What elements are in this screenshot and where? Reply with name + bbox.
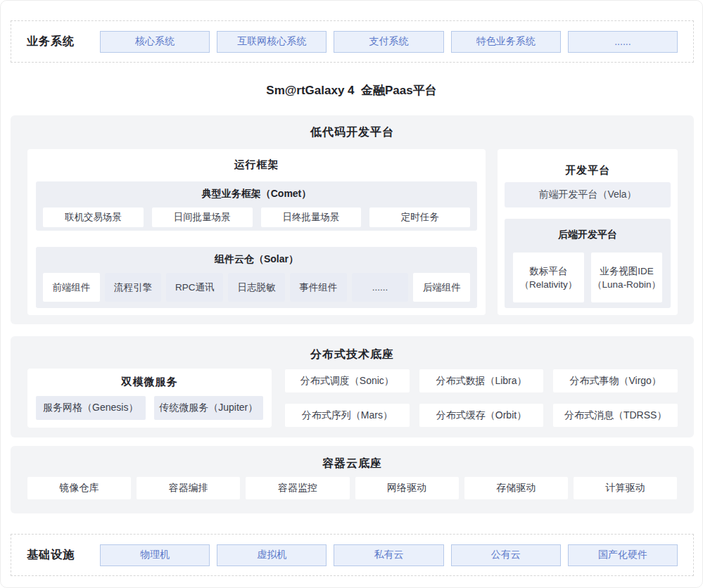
comet-items-row: 联机交易场景 日间批量场景 日终批量场景 定时任务 [43, 207, 470, 227]
comet-item-intraday-batch: 日间批量场景 [152, 207, 253, 227]
solar-item-backend-components: 后端组件 [413, 273, 470, 302]
solar-item-more: ...... [352, 273, 409, 302]
page-title: Sm@rtGalaxy 4 金融Paas平台 [1, 82, 702, 98]
dist-service-sonic: 分布式调度（Sonic） [285, 369, 410, 392]
container-item-orchestration: 容器编排 [137, 477, 240, 499]
solar-item-log-masking: 日志脱敏 [228, 273, 285, 302]
solar-item-frontend-components: 前端组件 [43, 273, 100, 302]
business-system-item-special: 特色业务系统 [451, 31, 561, 53]
solar-component-box: 组件云仓（Solar） 前端组件 流程引擎 RPC通讯 日志脱敏 事件组件 ..… [36, 247, 477, 308]
dist-service-tdrss: 分布式消息（TDRSS） [553, 404, 678, 427]
container-item-compute-driver: 计算驱动 [574, 477, 677, 499]
luna-robin-code: （Luna-Robin） [593, 278, 661, 291]
comet-item-scheduled-task: 定时任务 [369, 207, 470, 227]
dist-service-libra: 分布式数据（Libra） [419, 369, 544, 392]
comet-item-online-trade: 联机交易场景 [43, 207, 144, 227]
dev-platform-panel: 开发平台 前端开发平台（Vela） 后端开发平台 数标平台 （Relativit… [498, 149, 678, 315]
business-system-item-core: 核心系统 [100, 31, 210, 53]
architecture-diagram: 业务系统 核心系统 互联网核心系统 支付系统 特色业务系统 ...... Sm@… [0, 0, 703, 588]
dist-service-orbit: 分布式缓存（Orbit） [419, 404, 544, 427]
container-item-image-registry: 镜像仓库 [27, 477, 131, 499]
dist-service-mars: 分布式序列（Mars） [285, 404, 410, 427]
business-systems-items: 核心系统 互联网核心系统 支付系统 特色业务系统 ...... [100, 31, 678, 53]
backend-item-luna-robin: 业务视图IDE （Luna-Robin） [591, 253, 662, 302]
low-code-platform-panel: 低代码开发平台 运行框架 典型业务框架（Comet） 联机交易场景 日间批量场景… [11, 115, 694, 324]
solar-items-row: 前端组件 流程引擎 RPC通讯 日志脱敏 事件组件 ...... 后端组件 [43, 273, 470, 302]
backend-dev-platform-box: 后端开发平台 数标平台 （Relativity） 业务视图IDE （Luna-R… [505, 219, 671, 308]
dual-mode-item-jupiter: 传统微服务（Jupiter） [154, 396, 264, 420]
luna-robin-name: 业务视图IDE [600, 264, 654, 278]
infrastructure-item-public-cloud: 公有云 [451, 544, 561, 566]
infrastructure-item-private-cloud: 私有云 [334, 544, 443, 566]
relativity-name: 数标平台 [530, 264, 568, 278]
runtime-framework-title: 运行框架 [27, 158, 486, 172]
dual-mode-microservice-panel: 双模微服务 服务网格（Genesis） 传统微服务（Jupiter） [27, 369, 272, 428]
dual-mode-item-genesis: 服务网格（Genesis） [36, 396, 146, 420]
business-system-item-payment: 支付系统 [334, 31, 443, 53]
runtime-framework-panel: 运行框架 典型业务框架（Comet） 联机交易场景 日间批量场景 日终批量场景 … [27, 149, 486, 315]
dual-mode-items-row: 服务网格（Genesis） 传统微服务（Jupiter） [36, 396, 263, 420]
container-items-row: 镜像仓库 容器编排 容器监控 网络驱动 存储驱动 计算驱动 [27, 477, 677, 499]
dual-mode-title: 双模微服务 [27, 376, 272, 389]
backend-dev-items-row: 数标平台 （Relativity） 业务视图IDE （Luna-Robin） [513, 253, 662, 302]
container-item-storage-driver: 存储驱动 [464, 477, 568, 499]
infrastructure-label: 基础设施 [27, 548, 100, 563]
frontend-dev-platform-vela: 前端开发平台（Vela） [505, 182, 671, 207]
infrastructure-band: 基础设施 物理机 虚拟机 私有云 公有云 国产化硬件 [11, 534, 694, 576]
relativity-code: （Relativity） [520, 278, 578, 291]
business-system-item-more: ...... [568, 31, 678, 53]
comet-framework-box: 典型业务框架（Comet） 联机交易场景 日间批量场景 日终批量场景 定时任务 [36, 181, 477, 231]
solar-item-event-components: 事件组件 [290, 273, 347, 302]
infrastructure-item-physical: 物理机 [100, 544, 210, 566]
low-code-platform-title: 低代码开发平台 [11, 125, 694, 140]
backend-item-relativity: 数标平台 （Relativity） [513, 253, 584, 302]
solar-item-rpc: RPC通讯 [166, 273, 223, 302]
infrastructure-item-vm: 虚拟机 [217, 544, 327, 566]
infrastructure-items: 物理机 虚拟机 私有云 公有云 国产化硬件 [100, 544, 678, 566]
infrastructure-item-domestic-hw: 国产化硬件 [568, 544, 678, 566]
solar-component-title: 组件云仓（Solar） [36, 253, 477, 266]
comet-framework-title: 典型业务框架（Comet） [36, 188, 477, 200]
container-base-panel: 容器云底座 镜像仓库 容器编排 容器监控 网络驱动 存储驱动 计算驱动 [11, 446, 694, 513]
dev-platform-title: 开发平台 [498, 164, 678, 177]
container-base-title: 容器云底座 [11, 456, 694, 471]
distributed-base-panel: 分布式技术底座 双模微服务 服务网格（Genesis） 传统微服务（Jupite… [11, 336, 694, 437]
container-item-monitoring: 容器监控 [246, 477, 349, 499]
dist-service-virgo: 分布式事物（Virgo） [553, 369, 678, 392]
business-system-item-internet-core: 互联网核心系统 [217, 31, 327, 53]
container-item-network-driver: 网络驱动 [355, 477, 459, 499]
business-systems-band: 业务系统 核心系统 互联网核心系统 支付系统 特色业务系统 ...... [11, 20, 694, 63]
distributed-services-grid: 分布式调度（Sonic） 分布式数据（Libra） 分布式事物（Virgo） 分… [285, 369, 678, 427]
comet-item-eod-batch: 日终批量场景 [261, 207, 362, 227]
business-systems-label: 业务系统 [27, 34, 100, 49]
solar-item-process-engine: 流程引擎 [105, 273, 162, 302]
distributed-base-title: 分布式技术底座 [11, 347, 694, 362]
backend-dev-platform-title: 后端开发平台 [505, 229, 671, 241]
